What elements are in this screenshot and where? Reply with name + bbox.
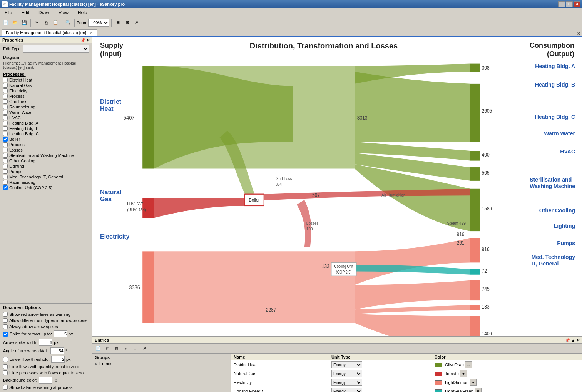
check-red-arrows[interactable] (3, 312, 8, 317)
panel-header: Properties 📌 ✕ (0, 37, 92, 43)
row-color-natural-gas: Tomato ▼ (432, 369, 582, 378)
entries-delete-btn[interactable]: 🗑 (112, 344, 121, 353)
check-spike-arrows[interactable] (3, 332, 8, 337)
color-swatch-electricity (435, 380, 442, 385)
value-5407: 5407 (124, 114, 135, 121)
process-check-warm-water[interactable] (3, 110, 8, 115)
process-check-hvac[interactable] (3, 115, 8, 120)
color-btn-cooling-energy[interactable]: ▼ (475, 388, 482, 392)
check-threshold[interactable] (3, 357, 8, 362)
process-check-heating-a[interactable] (3, 121, 8, 125)
panel-pin-icon[interactable]: 📌 (80, 38, 85, 42)
canvas-area[interactable]: Supply(Input) Distribution, Transformati… (92, 37, 582, 336)
menu-edit[interactable]: Edit (18, 9, 32, 16)
process-check-electricity[interactable] (3, 88, 8, 93)
close-button[interactable]: ✕ (574, 1, 580, 7)
check-diff-units[interactable] (3, 318, 8, 323)
cut-button[interactable]: ✂ (33, 18, 41, 27)
threshold-input[interactable] (51, 356, 65, 363)
process-check-natural-gas[interactable] (3, 83, 8, 88)
unit-select-electricity[interactable]: Energy (331, 379, 362, 386)
process-check-boiler[interactable] (3, 137, 8, 142)
minimize-button[interactable]: _ (558, 1, 565, 7)
check-balance-warning[interactable] (3, 385, 8, 390)
color-btn-district-heat[interactable]: ... (465, 361, 472, 368)
cons-label-pumps: Pumps (557, 240, 575, 246)
new-button[interactable]: 📄 (2, 18, 10, 27)
spike-value-input[interactable] (54, 330, 67, 337)
process-check-raumheizung2[interactable] (3, 180, 8, 185)
process-check-heating-c[interactable] (3, 132, 8, 136)
export-button[interactable]: ↗ (132, 18, 140, 27)
table-row-district-heat[interactable]: District Heat Energy OliveDrab ... (231, 360, 582, 369)
groups-item-entries[interactable]: ▶ Entries (93, 360, 230, 367)
process-item-warm-water: Warm Water (3, 110, 89, 115)
main-tab[interactable]: Facility Management Hospital (classic) [… (2, 29, 97, 36)
table-row-natural-gas[interactable]: Natural Gas Energy Tomato ▼ (231, 369, 582, 378)
entries-pin-icon[interactable]: 📌 (565, 338, 570, 342)
unit-select-natural-gas[interactable]: Energy (331, 370, 362, 377)
process-check-lighting[interactable] (3, 164, 8, 168)
cons-label-other-cooling: Other Cooling (539, 207, 575, 214)
process-check-sterilisation[interactable] (3, 153, 8, 158)
table-row-electricity[interactable]: Electricity Energy LightSalmon ▼ (231, 378, 582, 387)
entries-new-btn[interactable]: 📄 (94, 344, 102, 353)
process-check-district-heat[interactable] (3, 78, 8, 82)
color-swatch-district-heat (435, 363, 442, 367)
process-check-process[interactable] (3, 94, 8, 98)
app-icon: e (2, 1, 8, 7)
process-check-pumps[interactable] (3, 169, 8, 174)
angle-input[interactable] (50, 347, 64, 354)
process-check-grid-loss[interactable] (3, 99, 8, 104)
process-check-med-tech[interactable] (3, 175, 8, 179)
menu-file[interactable]: File (2, 9, 15, 16)
menu-help[interactable]: Help (75, 9, 90, 16)
check-hide-zero-flows[interactable] (3, 364, 8, 369)
spike-width-input[interactable] (39, 339, 52, 346)
process-label-med-tech: Med. Technology IT, General (9, 175, 63, 179)
paste-button[interactable]: 📋 (51, 18, 60, 27)
process-check-losses[interactable] (3, 148, 8, 152)
entries-copy-btn[interactable]: ⎘ (103, 344, 112, 353)
fit-button[interactable]: ⊞ (114, 18, 122, 27)
process-check-process2[interactable] (3, 142, 8, 147)
entries-import-btn[interactable]: ↗ (140, 344, 149, 353)
close-tab-btn[interactable]: ✕ (577, 31, 582, 36)
toolbar-separator-2 (62, 19, 62, 27)
process-label-boiler: Boiler (9, 137, 20, 142)
open-button[interactable]: 📂 (11, 18, 19, 27)
edit-type-select[interactable] (23, 45, 89, 53)
process-check-raumheizung[interactable] (3, 105, 8, 109)
unit-select-cooling-energy[interactable]: Energy (331, 388, 362, 392)
bg-color-swatch[interactable] (39, 377, 52, 384)
menu-view[interactable]: View (55, 9, 72, 16)
search-button[interactable]: 🔍 (64, 18, 72, 27)
entries-toolbar: 📄 ⎘ 🗑 ↑ ↓ ↗ (92, 344, 582, 354)
grid-button[interactable]: ⊟ (123, 18, 131, 27)
color-btn-electricity[interactable]: ▼ (470, 379, 477, 386)
color-btn-natural-gas[interactable]: ▼ (460, 370, 467, 377)
maximize-button[interactable]: □ (566, 1, 573, 7)
process-check-heating-b[interactable] (3, 126, 8, 131)
panel-close-icon[interactable]: ✕ (87, 38, 90, 42)
process-check-cooling-unit[interactable] (3, 185, 8, 190)
entries-up-btn[interactable]: ↑ (122, 344, 130, 353)
col-name: Name (231, 354, 329, 360)
process-check-other-cooling[interactable] (3, 158, 8, 163)
value-567: 567 (312, 192, 320, 198)
save-button[interactable]: 💾 (20, 18, 28, 27)
menu-draw[interactable]: Draw (35, 9, 52, 16)
entries-close-icon[interactable]: ✕ (577, 338, 580, 342)
unit-select-district-heat[interactable]: Energy (331, 361, 362, 368)
tab-close-icon[interactable]: ✕ (90, 31, 93, 35)
cons-block-heating-b (470, 84, 480, 142)
losses-value: 100 (306, 226, 313, 231)
color-name-district-heat: OliveDrab (445, 362, 464, 367)
table-row-cooling-energy[interactable]: Cooling Energy Energy LightSeaGreen ▼ (231, 387, 582, 392)
entries-down-btn[interactable]: ↓ (131, 344, 139, 353)
copy-button[interactable]: ⎘ (42, 18, 50, 27)
entries-expand-icon[interactable]: ▲ (571, 338, 575, 342)
check-always-spikes[interactable] (3, 324, 8, 329)
zoom-select[interactable]: 100% 75% 150% (88, 19, 109, 27)
check-hide-zero-processes[interactable] (3, 370, 8, 375)
